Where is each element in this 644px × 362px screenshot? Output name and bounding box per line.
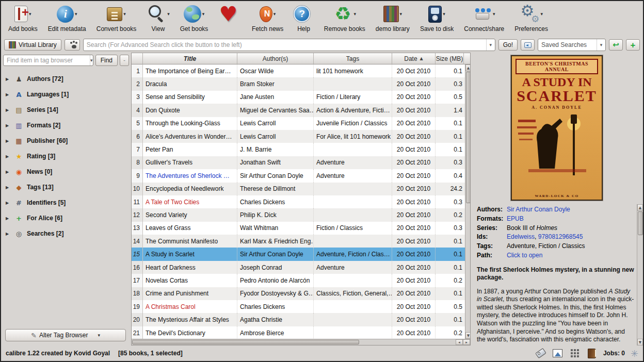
sidebar-item-authors[interactable]: ▶ ♟ Authors [72] [1,71,131,87]
table-row[interactable]: 2 Dracula Bram Stoker 20 Oct 2010 0.3 [132,77,465,90]
toolbar-button-add-books[interactable]: ▾ Add books [5,3,41,32]
search-input[interactable] [84,41,486,48]
copy-search-button[interactable]: ↩ [609,39,623,51]
sidebar-item-tags[interactable]: ▶ ◆ Tags [13] [1,179,131,195]
saved-searches-select[interactable]: Saved Searches ▾ [538,39,606,51]
toolbar-button-remove-books[interactable]: ▾ Remove books [321,3,368,32]
cover-browser-toggle-button[interactable] [552,348,564,358]
toolbar-button-save-to-disk[interactable]: ▾ Save to disk [417,3,457,32]
tag-browser-config-button[interactable]: - [120,55,129,66]
detail-link[interactable]: Edelweiss [507,233,535,240]
book-cover[interactable]: BEETON'S CHRISTMAS ANNUAL A STUDY IN SCA… [511,55,603,201]
save-search-button[interactable]: + [626,39,640,51]
expand-arrow-icon[interactable]: ▶ [6,139,11,143]
go-button[interactable]: Go! [498,39,518,51]
scroll-right-icon[interactable]: ▸ [463,339,470,345]
sidebar-item-news[interactable]: ▶ ◉ News [0] [1,164,131,179]
details-scroll-up-icon[interactable]: ▲ [637,204,643,211]
tag-browser-toggle-button[interactable] [535,348,546,358]
expand-arrow-icon[interactable]: ▶ [6,170,11,174]
toolbar-button-get-books[interactable]: ▾ Get books [177,3,212,32]
table-row[interactable]: 3 Sense and Sensibility Jane Austen Fict… [132,91,465,104]
toolbar-button-edit-metadata[interactable]: ▾ Edit metadata [45,3,89,32]
detail-link[interactable]: 9780812968545 [538,233,583,240]
toolbar-button-donate[interactable]: ▾ [215,3,245,25]
toolbar-button-connect-share[interactable]: ▾ Connect/share [461,3,507,32]
table-row[interactable]: 14 The Communist Manifesto Karl Marx & F… [132,235,465,248]
expand-arrow-icon[interactable]: ▶ [6,77,11,81]
highlight-search-button[interactable] [521,39,535,51]
saved-searches-caret-icon[interactable]: ▾ [597,39,605,51]
paw-button[interactable] [65,39,80,51]
column-header-tags[interactable]: Tags [314,53,392,64]
table-row[interactable]: 16 Heart of Darkness Joseph Conrad Adven… [132,261,465,274]
expand-arrow-icon[interactable]: ▶ [6,154,11,159]
expand-arrow-icon[interactable]: ▶ [6,92,11,97]
sidebar-item-publisher[interactable]: ▶ ▦ Publisher [60] [1,133,131,149]
table-row[interactable]: 21 The Devil's Dictionary Ambrose Bierce… [132,326,465,339]
jobs-counter[interactable]: Jobs: 0 [603,350,625,357]
toolbar-button-help[interactable]: ▾ Help [291,3,317,32]
table-row[interactable]: 6 Alice's Adventures in Wonder… Lewis Ca… [132,130,465,143]
table-row[interactable]: 1 The Importance of Being Ear… Oscar Wil… [132,64,465,77]
sidebar-item-languages[interactable]: ▶ A Languages [1] [1,87,131,102]
table-scroll-thumb[interactable] [466,72,471,203]
table-row[interactable]: 7 Peter Pan J. M. Barrie 20 Oct 2010 0.1 [132,143,465,156]
column-header-size[interactable]: Size (MB) [436,53,464,64]
chevron-down-icon[interactable]: ▾ [400,11,403,17]
details-vertical-scrollbar[interactable]: ▲ ▼ [637,204,643,345]
sidebar-item-rating[interactable]: ▶ ★ Rating [3] [1,149,131,164]
table-row[interactable]: 12 Second Variety Philip K. Dick 20 Oct … [132,208,465,221]
cover-grid-toggle-button[interactable] [569,348,581,358]
expand-arrow-icon[interactable]: ▶ [6,201,11,205]
toolbar-button-view[interactable]: ▾ View [143,3,173,32]
toolbar-button-demo-library[interactable]: ▾ demo library [373,3,413,32]
toolbar-button-preferences[interactable]: ▾ Preferences [511,3,551,32]
alter-tag-browser-button[interactable]: ✎ Alter Tag Browser ▾ [5,329,126,341]
table-hscroll-thumb[interactable] [132,340,359,344]
expand-arrow-icon[interactable]: ▶ [6,216,11,221]
table-row[interactable]: 9 The Adventures of Sherlock … Sir Arthu… [132,169,465,182]
table-row[interactable]: 4 Don Quixote Miguel de Cervantes Saa… A… [132,104,465,117]
table-row[interactable]: 17 Novelas Cortas Pedro Antonio de Alarc… [132,274,465,287]
details-scroll-thumb[interactable] [638,211,643,235]
table-row[interactable]: 20 The Mysterious Affair at Styles Agath… [132,313,465,326]
virtual-library-button[interactable]: Virtual Library [4,39,61,51]
details-scroll-down-icon[interactable]: ▼ [637,339,643,345]
toolbar-button-fetch-news[interactable]: ▾ Fetch news [249,3,286,32]
expand-arrow-icon[interactable]: ▶ [6,185,11,190]
sidebar-item-for-alice[interactable]: ▶ + For Alice [6] [1,210,131,226]
detail-link[interactable]: Sir Arthur Conan Doyle [507,206,570,213]
chevron-down-icon[interactable]: ▾ [443,11,445,17]
sidebar-item-formats[interactable]: ▶ ▥ Formats [2] [1,118,131,133]
chevron-down-icon[interactable]: ▾ [493,11,495,17]
expand-arrow-icon[interactable]: ▶ [6,123,11,128]
chevron-down-icon[interactable]: ▾ [167,11,170,17]
table-row[interactable]: 15 A Study in Scarlet Sir Arthur Conan D… [132,248,465,260]
scroll-left-icon[interactable]: ◂ [456,339,463,345]
table-vertical-scrollbar[interactable]: ▲ ▼ [465,64,470,339]
table-horizontal-scrollbar[interactable]: ◂ ▸ [132,339,470,345]
chevron-down-icon[interactable]: ▾ [75,11,77,17]
scroll-up-icon[interactable]: ▲ [465,64,470,71]
chevron-down-icon[interactable]: ▾ [540,11,543,17]
column-header-authors[interactable]: Author(s) [237,53,314,64]
chevron-down-icon[interactable]: ▾ [29,11,31,17]
find-button[interactable]: Find [95,55,118,66]
table-row[interactable]: 8 Gulliver's Travels Jonathan Swift Adve… [132,156,465,169]
chevron-down-icon[interactable]: ▾ [123,11,126,17]
search-dropdown-caret-icon[interactable]: ▾ [486,39,495,51]
sidebar-item-identifiers[interactable]: ▶ # Identifiers [5] [1,195,131,210]
expand-arrow-icon[interactable]: ▶ [6,232,11,236]
column-header-title[interactable]: Title [143,53,237,64]
expand-arrow-icon[interactable]: ▶ [6,108,11,112]
chevron-down-icon[interactable]: ▾ [273,11,276,17]
tag-browser-find-input[interactable] [4,57,90,64]
sidebar-item-searches[interactable]: ▶ ◎ Searches [2] [1,226,131,241]
table-row[interactable]: 11 A Tale of Two Cities Charles Dickens … [132,195,465,208]
detail-link[interactable]: Click to open [507,252,542,259]
tag-find-caret-icon[interactable]: ▾ [90,55,93,65]
jobs-spinner-icon[interactable]: ✳ [631,348,638,359]
chevron-down-icon[interactable]: ▾ [202,11,205,17]
column-header-date[interactable]: Date ▲ [392,53,436,64]
